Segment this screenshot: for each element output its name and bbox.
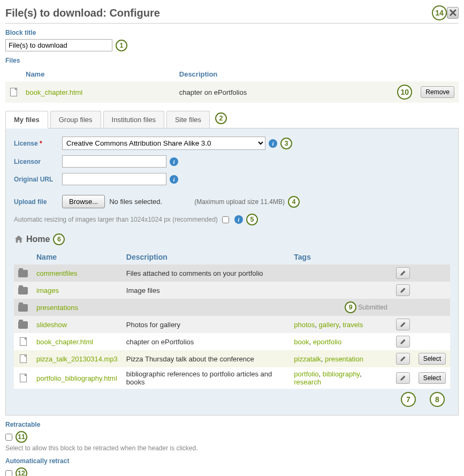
tab-site-files[interactable]: Site files — [166, 111, 210, 128]
dialog-title: File(s) to download: Configure 14 ✕ — [5, 5, 459, 24]
list-row: presentations9 Submitted — [14, 299, 450, 316]
callout-12: 12 — [16, 467, 27, 476]
edit-button[interactable] — [396, 284, 410, 296]
folder-icon — [18, 304, 28, 312]
callout-7: 7 — [401, 392, 416, 407]
tab-my-files[interactable]: My files — [5, 111, 48, 129]
list-item-link[interactable]: commentfiles — [36, 269, 78, 277]
tag-link[interactable]: travels — [343, 321, 363, 329]
list-item-desc: bibliographic references to portfolio ar… — [122, 367, 290, 389]
close-icon: ✕ — [448, 6, 458, 19]
list-item-link[interactable]: book_chapter.html — [36, 338, 93, 346]
tag-link[interactable]: eportfolio — [313, 338, 341, 346]
list-item-link[interactable]: images — [36, 286, 59, 294]
select-button[interactable]: Select — [419, 372, 446, 384]
callout-1: 1 — [116, 40, 127, 51]
tag-link[interactable]: portfolio — [294, 370, 318, 378]
auto-retract-checkbox[interactable] — [5, 470, 12, 477]
list-item-desc — [122, 299, 290, 316]
list-item-link[interactable]: presentations — [36, 304, 78, 312]
list-item-link[interactable]: portfolio_bibliography.html — [36, 374, 117, 382]
auto-resize-checkbox[interactable] — [222, 216, 229, 223]
list-item-tags: book, eportfolio — [290, 333, 391, 350]
list-item-desc: Image files — [122, 282, 290, 299]
folder-icon — [18, 270, 28, 277]
info-icon[interactable]: i — [269, 139, 277, 148]
license-select[interactable]: Creative Commons Attribution Share Alike… — [62, 137, 265, 150]
tab-group-files[interactable]: Group files — [50, 111, 101, 128]
list-row: slideshowPhotos for galleryphotos, galle… — [14, 316, 450, 333]
licensor-input[interactable] — [62, 155, 166, 168]
no-files-selected-text: No files selected. — [109, 198, 162, 206]
list-item-tags — [290, 282, 391, 299]
col-desc: Description — [122, 250, 290, 265]
breadcrumb: Home 6 — [14, 233, 450, 245]
pencil-icon — [400, 287, 406, 293]
edit-button[interactable] — [396, 336, 410, 347]
remove-file-button[interactable]: Remove — [421, 86, 454, 98]
pencil-icon — [400, 375, 406, 381]
breadcrumb-home[interactable]: Home — [26, 235, 50, 244]
col-desc: Description — [175, 67, 354, 81]
callout-8: 8 — [430, 392, 445, 407]
list-item-desc: Files attached to comments on your portf… — [122, 265, 290, 282]
col-name: Name — [32, 250, 122, 265]
file-source-tabs: My files Group files Institution files S… — [5, 111, 459, 129]
info-icon[interactable]: i — [170, 157, 178, 166]
browse-button[interactable]: Browse... — [62, 195, 105, 208]
retractable-hint: Select to allow this block to be retract… — [5, 444, 459, 452]
list-item-tags: portfolio, bibliography, research — [290, 367, 391, 389]
edit-button[interactable] — [396, 372, 410, 384]
selected-file-link[interactable]: book_chapter.html — [26, 88, 82, 96]
list-item-link[interactable]: slideshow — [36, 321, 67, 329]
selected-files-table: Name Description book_chapter.html chapt… — [5, 67, 459, 103]
file-icon — [20, 354, 27, 363]
upload-file-label: Upload file — [14, 198, 62, 206]
selected-file-desc: chapter on ePortfolios — [175, 81, 354, 103]
close-button[interactable]: ✕ — [447, 7, 459, 19]
callout-4: 4 — [288, 196, 300, 208]
file-icon — [20, 337, 27, 346]
col-name: Name — [21, 67, 175, 81]
callout-14: 14 — [432, 5, 447, 20]
pencil-icon — [400, 321, 406, 328]
folder-icon — [18, 321, 28, 329]
original-url-input[interactable] — [62, 173, 166, 185]
tag-link[interactable]: pizzatalk — [294, 355, 321, 363]
max-upload-size-text: (Maximum upload size 11.4MB) — [194, 198, 285, 206]
retractable-checkbox[interactable] — [5, 434, 12, 441]
edit-button[interactable] — [396, 353, 410, 365]
list-item-tags: pizzatalk, presentation — [290, 350, 391, 367]
file-icon — [10, 88, 17, 96]
file-icon — [20, 374, 27, 382]
original-url-label: Original URL — [14, 176, 62, 183]
info-icon[interactable]: i — [170, 175, 178, 184]
list-item-link[interactable]: pizza_talk_20130314.mp3 — [36, 355, 118, 363]
tag-link[interactable]: research — [294, 378, 321, 386]
info-icon[interactable]: i — [234, 215, 243, 224]
callout-6: 6 — [53, 233, 65, 245]
select-button[interactable]: Select — [419, 353, 446, 365]
list-item-desc: chapter on ePortfolios — [122, 333, 290, 350]
tag-link[interactable]: book — [294, 338, 309, 346]
tag-link[interactable]: presentation — [325, 355, 363, 363]
list-item-tags: photos, gallery, travels — [290, 316, 391, 333]
block-title-input[interactable] — [5, 39, 112, 51]
folder-icon — [18, 287, 28, 294]
list-item-tags — [290, 265, 391, 282]
selected-file-row: book_chapter.html chapter on ePortfolios… — [5, 81, 459, 103]
auto-resize-label: Automatic resizing of images larger than… — [14, 216, 218, 223]
tag-link[interactable]: bibliography — [323, 370, 360, 378]
list-row: pizza_talk_20130314.mp3Pizza Thursday ta… — [14, 350, 450, 367]
callout-10: 10 — [397, 85, 412, 100]
dialog-title-text: File(s) to download: Configure — [5, 7, 160, 19]
edit-button[interactable] — [396, 267, 410, 279]
pencil-icon — [400, 356, 406, 362]
tag-link[interactable]: photos — [294, 321, 315, 329]
callout-3: 3 — [280, 138, 292, 149]
tag-link[interactable]: gallery — [319, 321, 339, 329]
edit-button[interactable] — [396, 319, 410, 330]
list-row: book_chapter.htmlchapter on ePortfoliosb… — [14, 333, 450, 350]
tab-institution-files[interactable]: Institution files — [103, 111, 164, 128]
list-item-desc: Photos for gallery — [122, 316, 290, 333]
